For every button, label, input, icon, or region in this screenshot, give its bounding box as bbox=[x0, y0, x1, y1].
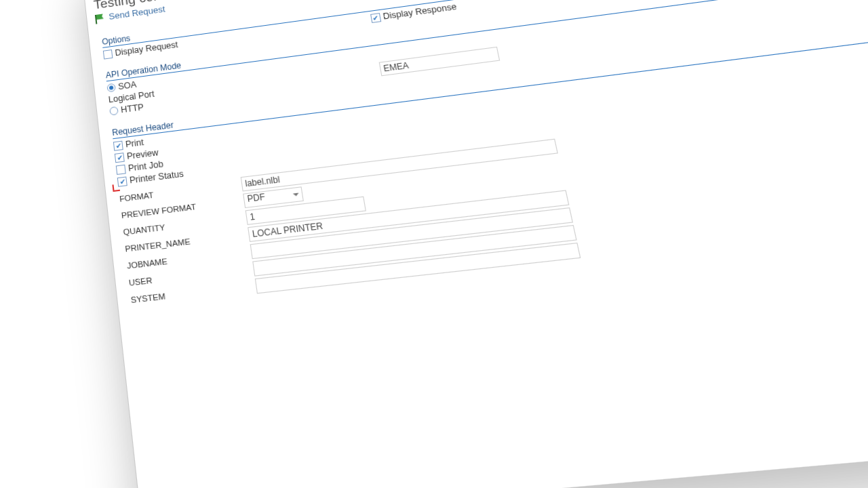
required-marker-icon bbox=[112, 184, 120, 192]
print-label: Print bbox=[125, 138, 144, 150]
print-checkbox[interactable] bbox=[113, 140, 123, 150]
preview-label: Preview bbox=[126, 148, 159, 161]
logical-port-input[interactable] bbox=[378, 47, 500, 76]
preview-checkbox[interactable] bbox=[115, 152, 125, 163]
soa-label: SOA bbox=[118, 80, 138, 92]
soa-radio[interactable] bbox=[106, 83, 116, 93]
display-request-checkbox[interactable] bbox=[103, 49, 113, 60]
flag-icon bbox=[95, 14, 105, 23]
display-response-checkbox[interactable] bbox=[370, 13, 381, 23]
http-radio[interactable] bbox=[109, 106, 119, 116]
http-label: HTTP bbox=[120, 102, 144, 115]
app-window: ✔ « 💾 « ⌃ ✕ 🖨 🔍 🔍 ⇤ ◁ ▷ ⇥ ▣ ▣ ? ✲ bbox=[81, 0, 868, 488]
print-job-checkbox[interactable] bbox=[116, 164, 126, 174]
